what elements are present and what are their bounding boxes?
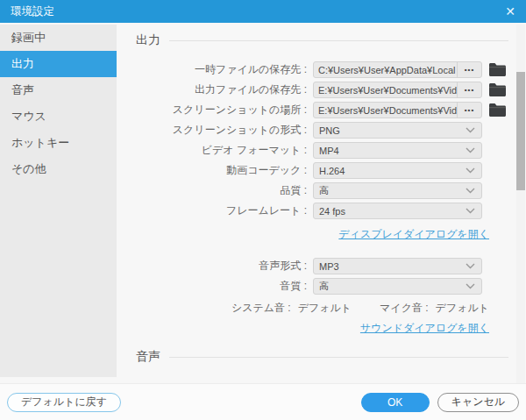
system-mic-sound-row: システム音 : デフォルト マイク音 : デフォルト bbox=[136, 298, 489, 318]
chevron-down-icon bbox=[466, 208, 481, 214]
audio-quality-row: 音質 : 高 bbox=[136, 276, 515, 296]
select-value: 24 fps bbox=[314, 206, 466, 217]
select-value: H.264 bbox=[314, 166, 466, 176]
field-label: フレームレート : bbox=[136, 203, 307, 218]
browse-button[interactable]: ••• bbox=[457, 103, 481, 117]
open-folder-icon[interactable] bbox=[489, 63, 506, 76]
chevron-down-icon bbox=[466, 147, 481, 153]
path-value: E:¥Users¥User¥Documents¥Vid bbox=[314, 85, 457, 96]
framerate-row: フレームレート : 24 fps bbox=[136, 201, 515, 221]
sidebar-item-output[interactable]: 出力 bbox=[0, 51, 117, 77]
chevron-down-icon bbox=[466, 283, 481, 289]
section-title: 出力 bbox=[136, 32, 160, 48]
browse-button[interactable]: ••• bbox=[457, 62, 481, 77]
sidebar-item-recording[interactable]: 録画中 bbox=[0, 25, 117, 51]
output-settings-panel: 出力 一時ファイルの保存先 : C:¥Users¥User¥AppData¥Lo… bbox=[123, 25, 515, 383]
system-sound-label: システム音 : bbox=[231, 301, 291, 316]
close-icon[interactable]: ✕ bbox=[505, 5, 515, 18]
field-label: ビデオ フォーマット : bbox=[136, 143, 307, 158]
mic-sound-label: マイク音 : bbox=[380, 301, 429, 316]
field-label: スクリーンショットの形式 : bbox=[136, 123, 307, 138]
reset-default-button[interactable]: デフォルトに戻す bbox=[7, 393, 121, 412]
field-label: 音質 : bbox=[136, 279, 307, 294]
audio-section-header: 音声 bbox=[136, 348, 515, 366]
select-value: 高 bbox=[314, 280, 466, 293]
field-label: 品質 : bbox=[136, 183, 307, 198]
output-file-path-row: 出力ファイルの保存先 : E:¥Users¥User¥Documents¥Vid… bbox=[136, 80, 515, 100]
display-dialog-link[interactable]: ディスプレイダイアログを開く bbox=[338, 228, 489, 240]
chevron-down-icon bbox=[466, 188, 481, 194]
browse-button[interactable]: ••• bbox=[457, 82, 481, 97]
sidebar-item-others[interactable]: その他 bbox=[0, 156, 117, 182]
path-value: E:¥Users¥User¥Documents¥Vid bbox=[314, 105, 457, 116]
chevron-down-icon bbox=[466, 127, 481, 133]
video-codec-row: 動画コーデック : H.264 bbox=[136, 160, 515, 181]
video-codec-select[interactable]: H.264 bbox=[313, 162, 482, 179]
sidebar-item-label: 録画中 bbox=[11, 31, 46, 44]
select-value: MP3 bbox=[314, 261, 466, 272]
field-label: 音声形式 : bbox=[136, 259, 307, 274]
section-divider bbox=[169, 40, 508, 41]
video-format-row: ビデオ フォーマット : MP4 bbox=[136, 140, 515, 160]
section-divider bbox=[169, 357, 508, 358]
dialog-titlebar: 環境設定 ✕ bbox=[0, 0, 526, 23]
vertical-scrollbar-thumb[interactable] bbox=[516, 72, 525, 190]
vertical-scrollbar-track[interactable] bbox=[516, 25, 525, 383]
field-label: 一時ファイルの保存先 : bbox=[136, 62, 307, 77]
ok-button[interactable]: OK bbox=[361, 393, 430, 412]
video-format-select[interactable]: MP4 bbox=[313, 142, 482, 159]
screenshot-format-row: スクリーンショットの形式 : PNG bbox=[136, 120, 515, 140]
sidebar-item-label: ホットキー bbox=[11, 136, 69, 149]
framerate-select[interactable]: 24 fps bbox=[313, 203, 482, 219]
path-value: C:¥Users¥User¥AppData¥Local bbox=[314, 65, 457, 75]
sidebar-item-label: 出力 bbox=[11, 57, 34, 70]
display-dialog-link-row: ディスプレイダイアログを開く bbox=[136, 226, 489, 240]
field-label: スクリーンショットの場所 : bbox=[136, 103, 307, 117]
cancel-button[interactable]: キャンセル bbox=[437, 393, 519, 412]
open-folder-icon[interactable] bbox=[489, 103, 506, 117]
screenshot-format-select[interactable]: PNG bbox=[313, 122, 482, 139]
audio-format-row: 音声形式 : MP3 bbox=[136, 256, 515, 276]
temp-file-path-row: 一時ファイルの保存先 : C:¥Users¥User¥AppData¥Local… bbox=[136, 60, 515, 80]
select-value: PNG bbox=[314, 125, 466, 136]
screenshot-path-row: スクリーンショットの場所 : E:¥Users¥User¥Documents¥V… bbox=[136, 100, 515, 120]
sidebar-item-label: その他 bbox=[11, 162, 46, 175]
temp-file-path-field[interactable]: C:¥Users¥User¥AppData¥Local ••• bbox=[313, 61, 482, 78]
output-section-header: 出力 bbox=[136, 32, 515, 49]
chevron-down-icon bbox=[466, 167, 481, 174]
sidebar-item-mouse[interactable]: マウス bbox=[0, 103, 117, 130]
sound-dialog-link-row: サウンドダイアログを開く bbox=[136, 320, 489, 334]
select-value: MP4 bbox=[314, 146, 466, 156]
section-title: 音声 bbox=[136, 349, 160, 365]
dialog-footer: デフォルトに戻す OK キャンセル bbox=[0, 383, 526, 420]
quality-select[interactable]: 高 bbox=[313, 182, 482, 199]
system-sound-value: デフォルト bbox=[298, 301, 352, 316]
audio-quality-select[interactable]: 高 bbox=[313, 278, 482, 295]
sidebar-item-label: マウス bbox=[11, 110, 46, 123]
dialog-title: 環境設定 bbox=[11, 4, 54, 19]
sound-dialog-link[interactable]: サウンドダイアログを開く bbox=[360, 322, 489, 334]
audio-format-select[interactable]: MP3 bbox=[313, 258, 482, 274]
screenshot-path-field[interactable]: E:¥Users¥User¥Documents¥Vid ••• bbox=[313, 102, 482, 118]
sidebar-item-label: 音声 bbox=[11, 83, 34, 96]
select-value: 高 bbox=[314, 184, 466, 197]
output-file-path-field[interactable]: E:¥Users¥User¥Documents¥Vid ••• bbox=[313, 82, 482, 98]
open-folder-icon[interactable] bbox=[489, 83, 506, 96]
field-label: 動画コーデック : bbox=[136, 163, 307, 178]
sidebar-item-audio[interactable]: 音声 bbox=[0, 77, 117, 103]
chevron-down-icon bbox=[466, 263, 481, 269]
settings-sidebar: 録画中 出力 音声 マウス ホットキー その他 bbox=[0, 25, 117, 377]
quality-row: 品質 : 高 bbox=[136, 181, 515, 201]
mic-sound-value: デフォルト bbox=[436, 301, 489, 316]
field-label: 出力ファイルの保存先 : bbox=[136, 82, 307, 97]
sidebar-item-hotkey[interactable]: ホットキー bbox=[0, 130, 117, 156]
